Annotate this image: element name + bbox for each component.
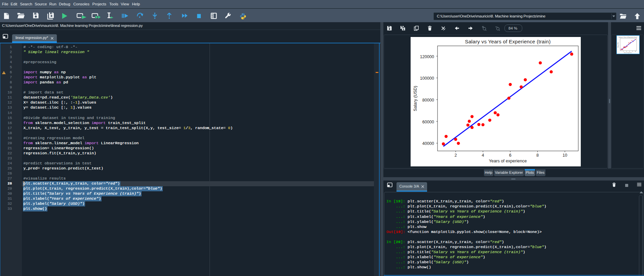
svg-text:60000: 60000 [422, 120, 434, 124]
svg-text:10: 10 [563, 153, 567, 158]
svg-text:2: 2 [454, 153, 457, 158]
svg-text:120000: 120000 [420, 54, 434, 59]
svg-text:Salary vs Years of Experience: Salary vs Years of Experience (train) [619, 37, 637, 38]
svg-text:80000: 80000 [422, 98, 434, 103]
svg-text:Salary vs Years of Experience: Salary vs Years of Experience (train) [465, 39, 551, 44]
svg-text:8: 8 [536, 153, 539, 158]
svg-text:40000: 40000 [422, 141, 434, 146]
svg-text:10: 10 [635, 51, 636, 52]
svg-text:6: 6 [509, 153, 512, 158]
svg-text:4: 4 [482, 153, 484, 158]
svg-text:Years of experience: Years of experience [489, 158, 527, 163]
svg-text:Salary (USD): Salary (USD) [413, 86, 418, 111]
svg-text:Years of experience: Years of experience [624, 52, 632, 53]
svg-text:100000: 100000 [420, 76, 434, 81]
svg-text:Salary (USD): Salary (USD) [617, 42, 619, 48]
